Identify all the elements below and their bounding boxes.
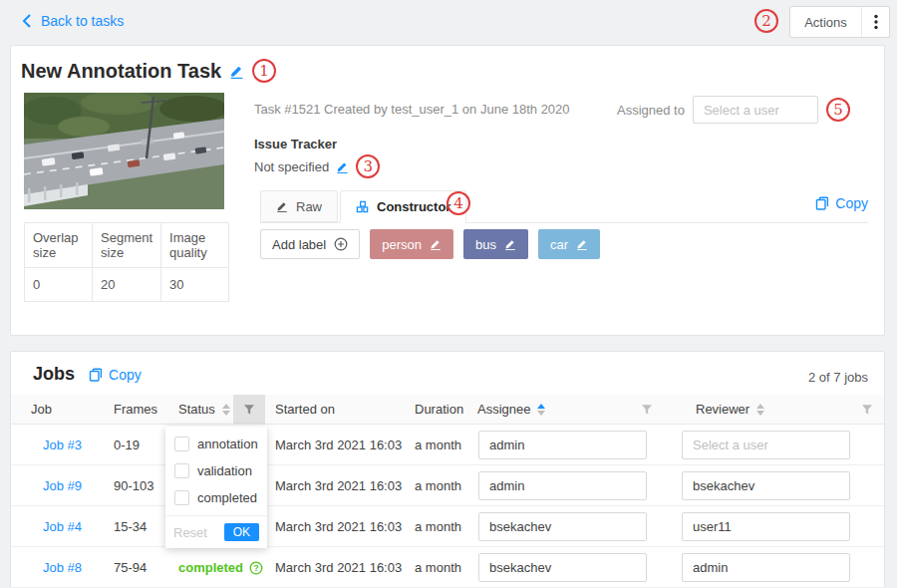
label-chip-car-name: car [550,237,568,252]
job-row-3: Job #3 0-19 March 3rd 2021 16:03 a month [11,425,884,465]
status-filter-dropdown: annotation validation completed Reset OK [165,427,267,548]
job-link[interactable]: Job #8 [43,547,82,588]
assignee-input[interactable] [478,471,647,500]
param-header-overlap: Overlap size [25,223,93,268]
issue-tracker-edit-icon[interactable] [336,160,349,173]
assignee-filter-icon[interactable] [631,395,663,425]
label-edit-icon[interactable] [504,238,516,250]
param-value-quality: 30 [161,268,229,302]
callout-circle-2: 2 [754,9,778,33]
reviewer-input[interactable] [682,512,850,541]
started-cell: March 3rd 2021 16:03 [275,465,402,506]
frames-cell: 75-94 [114,547,147,588]
label-edit-icon[interactable] [576,238,588,250]
task-meta: Task #1521 Created by test_user_1 on Jun… [254,102,570,117]
job-link[interactable]: Job #3 [43,425,82,465]
blocks-icon [356,200,369,213]
back-to-tasks-label: Back to tasks [41,13,124,29]
job-link[interactable]: Job #4 [43,506,82,547]
job-link[interactable]: Job #9 [43,465,82,506]
task-preview-image [24,93,224,209]
tab-constructor-label: Constructor [377,199,450,214]
filter-option-validation[interactable]: validation [165,457,267,484]
param-value-overlap: 0 [25,268,93,302]
copy-icon [815,196,829,210]
sort-icon-active[interactable] [537,404,545,416]
chevron-left-icon [22,14,32,28]
copy-labels-button[interactable]: Copy [815,195,868,211]
job-row-4: Job #4 15-34 March 3rd 2021 16:03 a mont… [11,506,884,547]
frames-cell: 0-19 [114,425,140,465]
label-chip-car[interactable]: car [538,229,600,259]
column-status-sort[interactable]: Status [178,395,230,425]
back-to-tasks-button[interactable]: Back to tasks [22,13,124,29]
task-params-table: Overlap size Segment size Image quality … [24,222,229,302]
sort-icon[interactable] [756,404,764,416]
actions-button[interactable]: Actions [789,6,890,38]
checkbox-unchecked[interactable] [174,437,189,451]
label-chip-person[interactable]: person [370,229,453,259]
copy-jobs-button[interactable]: Copy [89,367,142,383]
task-title: New Annotation Task [21,60,221,83]
duration-cell: a month [415,547,461,588]
copy-labels-label: Copy [835,195,868,211]
job-row-9: Job #9 90-103 March 3rd 2021 16:03 a mon… [11,465,884,506]
filter-option-completed[interactable]: completed [165,484,267,511]
task-title-edit-icon[interactable] [229,64,244,79]
more-vertical-icon[interactable] [861,7,889,37]
checkbox-unchecked[interactable] [174,463,189,478]
frames-cell: 90-103 [114,465,153,506]
task-assignee-input[interactable] [693,96,818,124]
callout-circle-5: 5 [826,98,850,122]
column-duration: Duration [415,395,463,425]
column-frames: Frames [114,395,157,425]
status-filter-icon[interactable] [233,395,265,425]
ok-button[interactable]: OK [224,523,259,541]
copy-icon [89,368,103,382]
column-assignee-sort[interactable]: Assignee [477,395,545,425]
reviewer-input[interactable] [682,471,850,500]
add-label-label: Add label [272,237,326,252]
tab-raw-label: Raw [296,199,322,214]
label-chip-person-name: person [382,237,422,252]
label-chip-bus-name: bus [475,237,496,252]
assignee-input[interactable] [478,431,647,459]
pencil-icon [276,200,288,212]
reviewer-input[interactable] [682,553,850,582]
jobs-title: Jobs [33,364,75,385]
callout-circle-1: 1 [252,59,276,83]
question-circle-icon[interactable]: ? [249,561,263,575]
column-job: Job [31,395,52,425]
callout-circle-3: 3 [356,154,380,178]
assignee-input[interactable] [478,553,647,582]
reviewer-input[interactable] [682,431,850,459]
reset-button[interactable]: Reset [173,525,207,540]
filter-option-annotation[interactable]: annotation [165,431,267,457]
issue-tracker-value: Not specified [254,159,329,174]
status-cell-completed: completed ? [178,547,263,588]
frames-cell: 15-34 [114,506,147,547]
label-edit-icon[interactable] [430,238,442,250]
duration-cell: a month [415,506,461,547]
started-cell: March 3rd 2021 16:03 [275,506,402,547]
label-chip-bus[interactable]: bus [463,229,528,259]
svg-text:?: ? [253,563,258,573]
reviewer-filter-icon[interactable] [851,395,883,425]
param-value-segment: 20 [93,268,161,302]
column-reviewer-sort[interactable]: Reviewer [696,395,764,425]
plus-circle-icon [334,237,348,251]
jobs-count: 2 of 7 jobs [808,370,868,385]
labels-tabs: Raw Constructor [260,190,868,223]
callout-circle-4: 4 [447,191,470,215]
job-row-8: Job #8 75-94 completed ? March 3rd 2021 … [11,547,884,588]
sort-icon[interactable] [222,404,230,416]
add-label-button[interactable]: Add label [260,229,360,259]
issue-tracker-label: Issue Tracker [254,137,337,151]
checkbox-unchecked[interactable] [174,490,189,505]
column-started-on: Started on [275,395,335,425]
task-details-card: New Annotation Task 1 [10,45,885,336]
actions-label: Actions [790,15,861,30]
assignee-input[interactable] [478,512,647,541]
copy-jobs-label: Copy [109,367,142,383]
tab-raw[interactable]: Raw [260,190,338,222]
